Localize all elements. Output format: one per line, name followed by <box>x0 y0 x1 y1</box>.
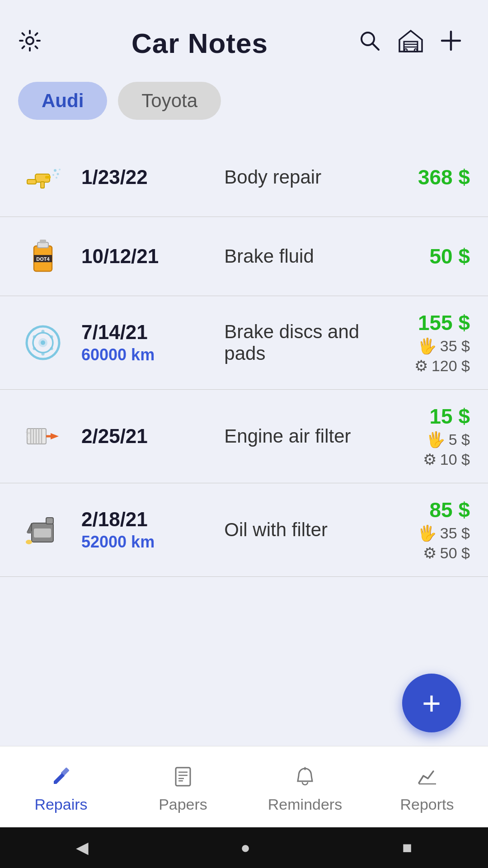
repair-cost: 15 $ 🖐 5 $ ⚙ 10 $ <box>380 404 470 468</box>
repair-parts: ⚙ 50 $ <box>380 544 470 562</box>
svg-marker-44 <box>51 433 59 439</box>
repair-date: 1/23/22 <box>81 166 211 189</box>
svg-line-2 <box>372 43 379 50</box>
add-icon[interactable] <box>440 30 462 57</box>
reports-icon <box>415 765 439 792</box>
svg-point-28 <box>42 330 45 333</box>
nav-reports-label: Reports <box>400 796 454 813</box>
svg-point-40 <box>28 432 30 434</box>
repair-icon-filter <box>18 411 68 461</box>
repair-item[interactable]: 2/25/21 Engine air filter 15 $ 🖐 5 $ ⚙ 1… <box>0 390 488 483</box>
repair-description: Engine air filter <box>211 425 380 447</box>
repair-item[interactable]: 7/14/21 60000 km Brake discs and pads 15… <box>0 296 488 390</box>
repair-date: 10/12/21 <box>81 245 211 268</box>
svg-point-18 <box>59 169 61 170</box>
repair-description: Body repair <box>211 166 380 188</box>
nav-papers-label: Papers <box>159 796 207 813</box>
reminders-icon <box>293 765 317 792</box>
repair-total: 15 $ <box>380 404 470 429</box>
repair-cost: 85 $ 🖐 35 $ ⚙ 50 $ <box>380 498 470 562</box>
parts-icon: ⚙ <box>423 450 436 468</box>
svg-rect-47 <box>46 518 53 524</box>
papers-icon <box>171 765 195 792</box>
svg-rect-12 <box>45 176 51 179</box>
repair-date: 2/18/21 <box>81 508 211 531</box>
repair-item[interactable]: 2/18/21 52000 km Oil with filter 85 $ 🖐 … <box>0 483 488 577</box>
svg-point-15 <box>57 173 59 175</box>
android-recent[interactable]: ■ <box>402 838 412 857</box>
tab-toyota[interactable]: Toyota <box>118 82 221 120</box>
repair-km: 52000 km <box>81 533 211 552</box>
parts-icon: ⚙ <box>414 357 428 375</box>
svg-point-41 <box>26 435 28 437</box>
repair-labor: 🖐 35 $ <box>380 524 470 542</box>
search-icon[interactable] <box>358 29 381 58</box>
repair-info: 7/14/21 60000 km <box>68 321 211 364</box>
parts-icon: ⚙ <box>423 544 436 562</box>
repair-icon-disc <box>18 318 68 368</box>
labor-icon: 🖐 <box>426 430 445 448</box>
repair-info: 2/18/21 52000 km <box>68 508 211 552</box>
repair-cost: 155 $ 🖐 35 $ ⚙ 120 $ <box>380 311 470 375</box>
android-bar: ◀ ● ■ <box>0 827 488 868</box>
svg-rect-53 <box>176 768 190 786</box>
svg-point-17 <box>56 177 57 179</box>
page-title: Car Notes <box>50 27 350 59</box>
car-tabs: Audi Toyota <box>0 73 488 133</box>
add-repair-button[interactable]: + <box>402 674 461 732</box>
svg-rect-13 <box>41 182 44 188</box>
repair-date: 2/25/21 <box>81 425 211 448</box>
svg-rect-51 <box>34 528 51 538</box>
repair-total: 155 $ <box>380 311 470 335</box>
repair-description: Brake fluid <box>211 245 380 267</box>
repair-item[interactable]: 1/23/22 Body repair 368 $ <box>0 138 488 217</box>
svg-point-32 <box>33 347 36 350</box>
svg-rect-21 <box>40 240 46 243</box>
nav-papers[interactable]: Papers <box>122 760 244 813</box>
repair-km: 60000 km <box>81 345 211 364</box>
repair-icon-spray <box>18 152 68 202</box>
repair-list: 1/23/22 Body repair 368 $ DOT4 10/12/21 … <box>0 133 488 667</box>
nav-repairs-label: Repairs <box>34 796 87 813</box>
svg-point-31 <box>42 353 45 356</box>
repair-parts: ⚙ 10 $ <box>380 450 470 468</box>
repair-icon-fluid: DOT4 <box>18 231 68 281</box>
repair-info: 2/25/21 <box>68 425 211 448</box>
tab-audi[interactable]: Audi <box>18 82 107 120</box>
android-home[interactable]: ● <box>240 838 250 857</box>
svg-point-14 <box>54 169 56 172</box>
repair-item[interactable]: DOT4 10/12/21 Brake fluid 50 $ <box>0 217 488 296</box>
svg-point-16 <box>52 174 54 176</box>
settings-icon[interactable] <box>18 29 42 58</box>
svg-rect-57 <box>178 780 183 782</box>
nav-repairs[interactable]: Repairs <box>0 760 122 813</box>
svg-point-27 <box>41 340 45 345</box>
garage-icon[interactable] <box>398 29 424 58</box>
svg-rect-11 <box>27 179 36 184</box>
nav-reports[interactable]: Reports <box>366 760 488 813</box>
svg-rect-50 <box>27 531 33 533</box>
repair-labor: 🖐 5 $ <box>380 430 470 448</box>
repair-date: 7/14/21 <box>81 321 211 344</box>
svg-point-29 <box>50 335 53 339</box>
svg-point-6 <box>404 49 407 52</box>
repair-total: 50 $ <box>380 244 470 269</box>
svg-point-49 <box>26 540 32 544</box>
repair-info: 1/23/22 <box>68 166 211 189</box>
repair-parts: ⚙ 120 $ <box>380 357 470 375</box>
header: Car Notes <box>0 0 488 73</box>
repair-description: Oil with filter <box>211 519 380 541</box>
repair-labor: 🖐 35 $ <box>380 337 470 355</box>
svg-point-0 <box>26 37 33 44</box>
repair-cost: 368 $ <box>380 165 470 189</box>
svg-point-42 <box>26 432 27 433</box>
repair-description: Brake discs and pads <box>211 321 380 364</box>
repair-cost: 50 $ <box>380 244 470 269</box>
bottom-nav: Repairs Papers Reminders <box>0 746 488 827</box>
svg-point-33 <box>33 335 36 339</box>
android-back[interactable]: ◀ <box>76 838 89 857</box>
svg-point-7 <box>414 49 417 52</box>
labor-icon: 🖐 <box>418 337 436 355</box>
svg-marker-48 <box>27 523 32 532</box>
nav-reminders[interactable]: Reminders <box>244 760 366 813</box>
